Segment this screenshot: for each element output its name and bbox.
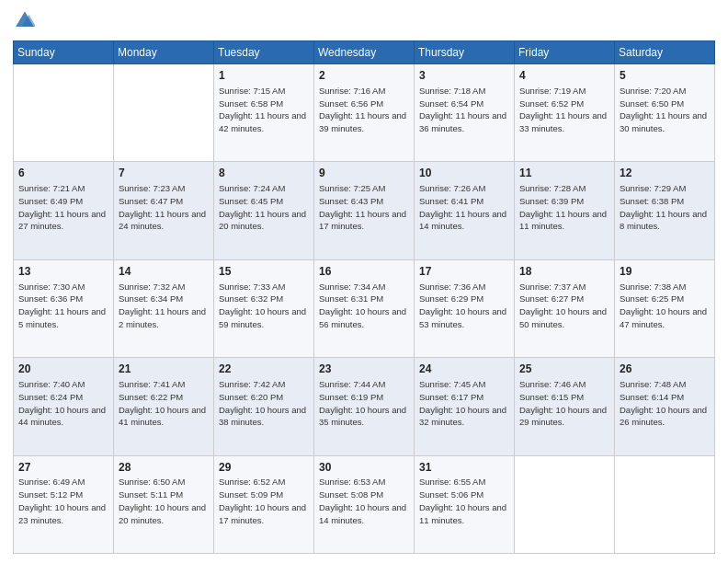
calendar-cell: [615, 455, 715, 553]
day-info: Sunrise: 7:48 AM Sunset: 6:14 PM Dayligh…: [620, 378, 710, 429]
day-info: Sunrise: 7:46 AM Sunset: 6:15 PM Dayligh…: [519, 378, 609, 429]
day-info: Sunrise: 6:50 AM Sunset: 5:11 PM Dayligh…: [119, 476, 209, 526]
day-number: 31: [419, 460, 509, 476]
day-info: Sunrise: 7:45 AM Sunset: 6:17 PM Dayligh…: [419, 378, 509, 429]
weekday-tuesday: Tuesday: [214, 41, 314, 64]
day-number: 23: [319, 362, 409, 377]
day-number: 28: [119, 460, 209, 476]
day-info: Sunrise: 7:19 AM Sunset: 6:52 PM Dayligh…: [519, 85, 609, 135]
calendar-cell: 6Sunrise: 7:21 AM Sunset: 6:49 PM Daylig…: [14, 162, 114, 259]
day-number: 14: [119, 264, 209, 280]
day-info: Sunrise: 7:32 AM Sunset: 6:34 PM Dayligh…: [119, 281, 209, 331]
calendar-cell: 11Sunrise: 7:28 AM Sunset: 6:39 PM Dayli…: [515, 162, 615, 259]
day-info: Sunrise: 7:24 AM Sunset: 6:45 PM Dayligh…: [219, 182, 309, 233]
calendar-cell: 17Sunrise: 7:36 AM Sunset: 6:29 PM Dayli…: [415, 259, 515, 357]
calendar-cell: 25Sunrise: 7:46 AM Sunset: 6:15 PM Dayli…: [515, 358, 615, 455]
calendar-cell: 28Sunrise: 6:50 AM Sunset: 5:11 PM Dayli…: [114, 455, 214, 553]
calendar-cell: [515, 455, 615, 553]
day-number: 11: [519, 166, 609, 181]
day-number: 2: [319, 68, 409, 84]
day-number: 9: [319, 166, 409, 181]
calendar-cell: 4Sunrise: 7:19 AM Sunset: 6:52 PM Daylig…: [515, 64, 615, 162]
day-info: Sunrise: 7:37 AM Sunset: 6:27 PM Dayligh…: [519, 281, 609, 331]
day-number: 16: [319, 264, 409, 280]
weekday-sunday: Sunday: [14, 41, 114, 64]
calendar-cell: 22Sunrise: 7:42 AM Sunset: 6:20 PM Dayli…: [214, 358, 314, 455]
day-info: Sunrise: 7:38 AM Sunset: 6:25 PM Dayligh…: [620, 281, 710, 331]
day-info: Sunrise: 7:41 AM Sunset: 6:22 PM Dayligh…: [119, 378, 209, 429]
logo: [13, 9, 35, 33]
calendar-cell: 10Sunrise: 7:26 AM Sunset: 6:41 PM Dayli…: [415, 162, 515, 259]
day-info: Sunrise: 7:23 AM Sunset: 6:47 PM Dayligh…: [119, 182, 209, 233]
day-number: 4: [519, 68, 609, 84]
calendar-cell: 24Sunrise: 7:45 AM Sunset: 6:17 PM Dayli…: [415, 358, 515, 455]
day-info: Sunrise: 7:20 AM Sunset: 6:50 PM Dayligh…: [620, 85, 710, 135]
weekday-thursday: Thursday: [415, 41, 515, 64]
calendar-cell: 8Sunrise: 7:24 AM Sunset: 6:45 PM Daylig…: [214, 162, 314, 259]
calendar-cell: [14, 64, 114, 162]
day-info: Sunrise: 7:26 AM Sunset: 6:41 PM Dayligh…: [419, 182, 509, 233]
calendar-cell: 18Sunrise: 7:37 AM Sunset: 6:27 PM Dayli…: [515, 259, 615, 357]
calendar-cell: 21Sunrise: 7:41 AM Sunset: 6:22 PM Dayli…: [114, 358, 214, 455]
day-number: 26: [620, 362, 710, 377]
day-info: Sunrise: 6:52 AM Sunset: 5:09 PM Dayligh…: [219, 476, 309, 526]
day-number: 25: [519, 362, 609, 377]
calendar-cell: 14Sunrise: 7:32 AM Sunset: 6:34 PM Dayli…: [114, 259, 214, 357]
calendar-cell: 7Sunrise: 7:23 AM Sunset: 6:47 PM Daylig…: [114, 162, 214, 259]
page: SundayMondayTuesdayWednesdayThursdayFrid…: [0, 0, 728, 563]
weekday-wednesday: Wednesday: [314, 41, 415, 64]
day-number: 17: [419, 264, 509, 280]
day-info: Sunrise: 7:28 AM Sunset: 6:39 PM Dayligh…: [519, 182, 609, 233]
calendar-cell: 23Sunrise: 7:44 AM Sunset: 6:19 PM Dayli…: [314, 358, 415, 455]
day-number: 24: [419, 362, 509, 377]
day-number: 5: [620, 68, 710, 84]
calendar-cell: 27Sunrise: 6:49 AM Sunset: 5:12 PM Dayli…: [14, 455, 114, 553]
calendar-cell: 20Sunrise: 7:40 AM Sunset: 6:24 PM Dayli…: [14, 358, 114, 455]
calendar-cell: 2Sunrise: 7:16 AM Sunset: 6:56 PM Daylig…: [314, 64, 415, 162]
day-info: Sunrise: 6:49 AM Sunset: 5:12 PM Dayligh…: [18, 476, 108, 526]
week-row-4: 20Sunrise: 7:40 AM Sunset: 6:24 PM Dayli…: [14, 358, 715, 455]
day-info: Sunrise: 6:55 AM Sunset: 5:06 PM Dayligh…: [419, 476, 509, 526]
week-row-1: 1Sunrise: 7:15 AM Sunset: 6:58 PM Daylig…: [14, 64, 715, 162]
day-number: 12: [620, 166, 710, 181]
day-info: Sunrise: 7:44 AM Sunset: 6:19 PM Dayligh…: [319, 378, 409, 429]
day-info: Sunrise: 7:30 AM Sunset: 6:36 PM Dayligh…: [18, 281, 108, 331]
calendar-cell: 9Sunrise: 7:25 AM Sunset: 6:43 PM Daylig…: [314, 162, 415, 259]
day-info: Sunrise: 7:40 AM Sunset: 6:24 PM Dayligh…: [18, 378, 108, 429]
calendar-cell: 26Sunrise: 7:48 AM Sunset: 6:14 PM Dayli…: [615, 358, 715, 455]
day-info: Sunrise: 7:36 AM Sunset: 6:29 PM Dayligh…: [419, 281, 509, 331]
day-info: Sunrise: 7:29 AM Sunset: 6:38 PM Dayligh…: [620, 182, 710, 233]
day-number: 7: [119, 166, 209, 181]
day-info: Sunrise: 7:21 AM Sunset: 6:49 PM Dayligh…: [18, 182, 108, 233]
day-number: 19: [620, 264, 710, 280]
calendar-cell: 16Sunrise: 7:34 AM Sunset: 6:31 PM Dayli…: [314, 259, 415, 357]
day-number: 30: [319, 460, 409, 476]
calendar-table: SundayMondayTuesdayWednesdayThursdayFrid…: [13, 40, 715, 554]
day-number: 10: [419, 166, 509, 181]
day-info: Sunrise: 6:53 AM Sunset: 5:08 PM Dayligh…: [319, 476, 409, 526]
day-number: 8: [219, 166, 309, 181]
calendar-cell: 13Sunrise: 7:30 AM Sunset: 6:36 PM Dayli…: [14, 259, 114, 357]
day-info: Sunrise: 7:25 AM Sunset: 6:43 PM Dayligh…: [319, 182, 409, 233]
day-number: 27: [18, 460, 108, 476]
calendar-cell: 1Sunrise: 7:15 AM Sunset: 6:58 PM Daylig…: [214, 64, 314, 162]
weekday-monday: Monday: [114, 41, 214, 64]
day-number: 22: [219, 362, 309, 377]
header: [13, 9, 715, 33]
calendar-cell: 19Sunrise: 7:38 AM Sunset: 6:25 PM Dayli…: [615, 259, 715, 357]
day-info: Sunrise: 7:16 AM Sunset: 6:56 PM Dayligh…: [319, 85, 409, 135]
day-info: Sunrise: 7:33 AM Sunset: 6:32 PM Dayligh…: [219, 281, 309, 331]
week-row-2: 6Sunrise: 7:21 AM Sunset: 6:49 PM Daylig…: [14, 162, 715, 259]
calendar-cell: 15Sunrise: 7:33 AM Sunset: 6:32 PM Dayli…: [214, 259, 314, 357]
day-info: Sunrise: 7:15 AM Sunset: 6:58 PM Dayligh…: [219, 85, 309, 135]
weekday-saturday: Saturday: [615, 41, 715, 64]
day-number: 6: [18, 166, 108, 181]
calendar-cell: 30Sunrise: 6:53 AM Sunset: 5:08 PM Dayli…: [314, 455, 415, 553]
calendar-cell: 3Sunrise: 7:18 AM Sunset: 6:54 PM Daylig…: [415, 64, 515, 162]
calendar-cell: 31Sunrise: 6:55 AM Sunset: 5:06 PM Dayli…: [415, 455, 515, 553]
day-info: Sunrise: 7:42 AM Sunset: 6:20 PM Dayligh…: [219, 378, 309, 429]
day-number: 21: [119, 362, 209, 377]
day-number: 15: [219, 264, 309, 280]
day-info: Sunrise: 7:34 AM Sunset: 6:31 PM Dayligh…: [319, 281, 409, 331]
weekday-friday: Friday: [515, 41, 615, 64]
